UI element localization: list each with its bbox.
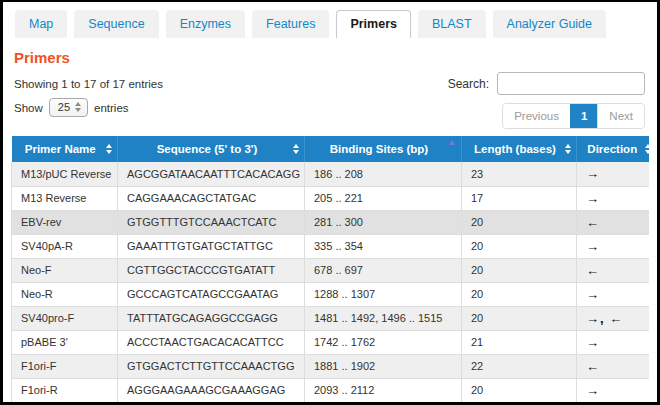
sort-both-icon (293, 144, 299, 154)
tab-features[interactable]: Features (252, 10, 329, 38)
cell-name: pBABE 3' (12, 330, 118, 354)
cell-binding-sites: 2093 .. 2112 (305, 378, 462, 402)
primers-table-wrap: Primer NameSequence (5' to 3')Binding Si… (11, 136, 649, 402)
app-window: MapSequenceEnzymesFeaturesPrimersBLASTAn… (0, 0, 660, 405)
table-row[interactable]: EBV-revGTGGTTTGTCCAAACTCATC281 .. 30020← (12, 210, 650, 234)
cell-length: 17 (462, 186, 577, 210)
cell-binding-sites: 186 .. 208 (305, 162, 462, 186)
cell-name: Neo-F (12, 258, 118, 282)
cell-binding-sites: 205 .. 221 (305, 186, 462, 210)
table-row[interactable]: Neo-FCGTTGGCTACCCGTGATATT678 .. 69720← (12, 258, 650, 282)
column-header-length-bases-[interactable]: Length (bases) (462, 136, 577, 162)
cell-direction: ← (577, 354, 650, 378)
pagination: Previous 1 Next (502, 103, 645, 129)
cell-direction: → (577, 234, 650, 258)
cell-sequence: GTGGTTTGTCCAAACTCATC (118, 210, 305, 234)
cell-binding-sites: 678 .. 697 (305, 258, 462, 282)
cell-length: 20 (462, 282, 577, 306)
cell-binding-sites: 1742 .. 1762 (305, 330, 462, 354)
cell-length: 20 (462, 210, 577, 234)
table-row[interactable]: SV40pro-FTATTTATGCAGAGGCCGAGG1481 .. 149… (12, 306, 650, 330)
search-input[interactable] (497, 72, 645, 95)
table-row[interactable]: M13/pUC ReverseAGCGGATAACAATTTCACACAGG18… (12, 162, 650, 186)
tab-analyzer-guide[interactable]: Analyzer Guide (493, 10, 606, 38)
cell-name: F1ori-F (12, 354, 118, 378)
table-row[interactable]: F1ori-RAGGGAAGAAAGCGAAAGGAG2093 .. 21122… (12, 378, 650, 402)
cell-sequence: AGGGAAGAAAGCGAAAGGAG (118, 378, 305, 402)
page-size-select[interactable]: 25 (49, 98, 88, 117)
cell-sequence: GAAATTTGTGATGCTATTGC (118, 234, 305, 258)
table-row[interactable]: Neo-RGCCCAGTCATAGCCGAATAG1288 .. 130720→ (12, 282, 650, 306)
cell-name: F1ori-R (12, 378, 118, 402)
cell-length: 23 (462, 162, 577, 186)
cell-length: 22 (462, 354, 577, 378)
tab-sequence[interactable]: Sequence (74, 10, 158, 38)
cell-direction: ← (577, 210, 650, 234)
cell-direction: → (577, 378, 650, 402)
cell-length: 20 (462, 234, 577, 258)
sort-both-icon (106, 144, 112, 154)
table-header-row: Primer NameSequence (5' to 3')Binding Si… (12, 136, 650, 162)
cell-direction: → (577, 186, 650, 210)
sort-both-icon (565, 144, 571, 154)
cell-sequence: CGTTGGCTACCCGTGATATT (118, 258, 305, 282)
cell-name: Neo-R (12, 282, 118, 306)
cell-sequence: GCCCAGTCATAGCCGAATAG (118, 282, 305, 306)
page-size-value: 25 (58, 101, 70, 113)
sort-both-icon (645, 144, 650, 154)
table-row[interactable]: M13 ReverseCAGGAAACAGCTATGAC205 .. 22117… (12, 186, 650, 210)
next-button[interactable]: Next (597, 104, 644, 128)
column-header-direction[interactable]: Direction (577, 136, 650, 162)
sort-asc-icon (449, 140, 455, 145)
entries-info: Showing 1 to 17 of 17 entries (14, 78, 163, 90)
column-header-sequence-5-to-3-[interactable]: Sequence (5' to 3') (118, 136, 305, 162)
cell-binding-sites: 1881 .. 1902 (305, 354, 462, 378)
cell-name: M13/pUC Reverse (12, 162, 118, 186)
tab-primers[interactable]: Primers (336, 10, 411, 38)
column-label: Sequence (5' to 3') (157, 143, 258, 155)
cell-sequence: GTGGACTCTTGTTCCAAACTGG (118, 354, 305, 378)
search-label: Search: (448, 77, 489, 91)
primers-table: Primer NameSequence (5' to 3')Binding Si… (11, 136, 649, 402)
cell-direction: → (577, 162, 650, 186)
search-control: Search: (448, 72, 645, 95)
page-length-control: Show 25 entries (14, 98, 129, 117)
cell-name: SV40pA-R (12, 234, 118, 258)
cell-name: EBV-rev (12, 210, 118, 234)
cell-name: SV40pro-F (12, 306, 118, 330)
previous-button[interactable]: Previous (503, 104, 570, 128)
page-1-button[interactable]: 1 (570, 104, 597, 128)
cell-binding-sites: 281 .. 300 (305, 210, 462, 234)
cell-direction: → (577, 282, 650, 306)
entries-label: entries (94, 102, 129, 114)
cell-sequence: ACCCTAACTGACACACATTCC (118, 330, 305, 354)
table-row[interactable]: SV40pA-RGAAATTTGTGATGCTATTGC335 .. 35420… (12, 234, 650, 258)
cell-binding-sites: 335 .. 354 (305, 234, 462, 258)
column-header-primer-name[interactable]: Primer Name (12, 136, 118, 162)
cell-sequence: CAGGAAACAGCTATGAC (118, 186, 305, 210)
tab-map[interactable]: Map (15, 10, 67, 38)
cell-name: M13 Reverse (12, 186, 118, 210)
cell-sequence: AGCGGATAACAATTTCACACAGG (118, 162, 305, 186)
page-title: Primers (14, 49, 70, 66)
cell-direction: ← (577, 258, 650, 282)
cell-length: 20 (462, 258, 577, 282)
cell-direction: →, ← (577, 306, 650, 330)
tab-enzymes[interactable]: Enzymes (166, 10, 245, 38)
show-label: Show (14, 102, 43, 114)
column-label: Binding Sites (bp) (330, 143, 428, 155)
cell-direction: → (577, 330, 650, 354)
tab-bar: MapSequenceEnzymesFeaturesPrimersBLASTAn… (15, 9, 651, 38)
cell-binding-sites: 1481 .. 1492, 1496 .. 1515 (305, 306, 462, 330)
cell-sequence: TATTTATGCAGAGGCCGAGG (118, 306, 305, 330)
table-row[interactable]: F1ori-FGTGGACTCTTGTTCCAAACTGG1881 .. 190… (12, 354, 650, 378)
table-row[interactable]: pBABE 3'ACCCTAACTGACACACATTCC1742 .. 176… (12, 330, 650, 354)
cell-length: 21 (462, 330, 577, 354)
tab-blast[interactable]: BLAST (418, 10, 486, 38)
column-header-binding-sites-bp-[interactable]: Binding Sites (bp) (305, 136, 462, 162)
column-label: Primer Name (25, 143, 96, 155)
column-label: Direction (587, 143, 637, 155)
cell-length: 20 (462, 378, 577, 402)
select-stepper-icon (75, 102, 81, 112)
cell-length: 20 (462, 306, 577, 330)
